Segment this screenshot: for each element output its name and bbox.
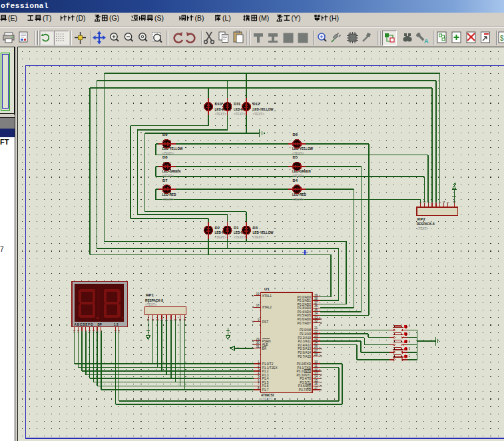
svg-text:D2: D2 xyxy=(215,226,220,230)
svg-text:PSEN: PSEN xyxy=(262,340,272,343)
svg-text:P2.5/A13: P2.5/A13 xyxy=(298,347,311,350)
svg-text:P3.2/INT0: P3.2/INT0 xyxy=(296,370,311,373)
svg-text:XTAL2: XTAL2 xyxy=(262,306,272,309)
svg-text:P0.0/AD0: P0.0/AD0 xyxy=(297,296,311,299)
svg-text:12: 12 xyxy=(114,323,119,326)
svg-text:P1.5: P1.5 xyxy=(262,381,269,384)
svg-text:39: 39 xyxy=(314,294,318,297)
svg-text:8: 8 xyxy=(258,386,260,390)
svg-text:<TEXT>: <TEXT> xyxy=(234,113,246,116)
svg-text:1: 1 xyxy=(258,360,260,364)
svg-text:D6: D6 xyxy=(293,133,298,137)
svg-text:<TEXT>: <TEXT> xyxy=(215,236,227,239)
svg-text:4: 4 xyxy=(258,372,260,375)
svg-text:D10: D10 xyxy=(215,102,222,106)
svg-text:P0.3/AD3: P0.3/AD3 xyxy=(297,306,311,310)
svg-text:ABCDEFG: ABCDEFG xyxy=(75,323,94,326)
svg-text:18: 18 xyxy=(256,304,260,307)
svg-text:<TEXT>: <TEXT> xyxy=(417,227,429,230)
svg-text:3: 3 xyxy=(258,368,260,371)
svg-text:P3.3/INT1: P3.3/INT1 xyxy=(296,374,311,377)
svg-text:<TEXT>: <TEXT> xyxy=(234,236,246,239)
svg-text:P3.6/WR: P3.6/WR xyxy=(298,384,312,388)
svg-text:(T): (T) xyxy=(43,14,51,22)
svg-text:(B): (B) xyxy=(195,14,204,22)
svg-text:P0.7/AD7: P0.7/AD7 xyxy=(297,322,311,325)
svg-text:7: 7 xyxy=(258,382,260,386)
svg-text:(Y): (Y) xyxy=(292,14,301,22)
svg-text:LED-RED: LED-RED xyxy=(162,193,176,197)
svg-text:P1.0/T2: P1.0/T2 xyxy=(262,362,274,366)
svg-text:P2.6/A14: P2.6/A14 xyxy=(298,351,311,354)
svg-text:P2.7/A15: P2.7/A15 xyxy=(298,355,311,358)
svg-text:P3.4/T0: P3.4/T0 xyxy=(300,377,311,380)
svg-text:RP1: RP1 xyxy=(146,293,154,297)
svg-text:A: A xyxy=(424,38,429,45)
svg-text:(E): (E) xyxy=(8,14,17,22)
svg-text:<TEXT>: <TEXT> xyxy=(145,303,157,306)
svg-text:17: 17 xyxy=(314,386,318,390)
svg-text:P1.3: P1.3 xyxy=(262,374,269,377)
svg-text:35: 35 xyxy=(314,308,318,312)
svg-text:31: 31 xyxy=(256,345,260,348)
svg-text:P2.2/A10: P2.2/A10 xyxy=(298,336,311,340)
svg-text:28: 28 xyxy=(314,353,318,356)
svg-text:P3.5/T1: P3.5/T1 xyxy=(300,381,311,384)
svg-text:D5: D5 xyxy=(293,155,298,159)
svg-text:(H): (H) xyxy=(330,14,340,22)
svg-text:2: 2 xyxy=(258,364,260,368)
svg-text:<TEXT>: <TEXT> xyxy=(162,198,174,201)
svg-text:P3.7/RD: P3.7/RD xyxy=(299,388,312,392)
svg-text:24: 24 xyxy=(314,338,318,341)
svg-text:RST: RST xyxy=(262,320,269,324)
svg-text:P1.7: P1.7 xyxy=(262,388,269,392)
svg-text:AT89C52: AT89C52 xyxy=(261,394,274,397)
svg-text:P2.1/A9: P2.1/A9 xyxy=(300,332,311,336)
svg-text:D12: D12 xyxy=(253,102,260,106)
svg-text:22: 22 xyxy=(314,330,318,334)
svg-text:38: 38 xyxy=(314,297,318,300)
svg-text:P3.0/RXD: P3.0/RXD xyxy=(297,362,312,366)
svg-text:LED-YELLOW: LED-YELLOW xyxy=(253,231,274,234)
svg-text:34: 34 xyxy=(314,312,318,315)
svg-text:<TEXT>: <TEXT> xyxy=(253,113,265,116)
svg-text:P1.2: P1.2 xyxy=(262,370,269,373)
svg-text:P0.4/AD4: P0.4/AD4 xyxy=(297,310,311,314)
svg-text:5: 5 xyxy=(258,375,260,378)
svg-text:25: 25 xyxy=(314,342,318,345)
svg-text:11: 11 xyxy=(314,364,318,368)
svg-text:P0.2/AD2: P0.2/AD2 xyxy=(297,303,311,306)
svg-text:RESPACK-8: RESPACK-8 xyxy=(145,299,163,302)
svg-text:ALE: ALE xyxy=(262,343,268,346)
svg-text:RP2: RP2 xyxy=(417,217,425,221)
svg-text:$: $ xyxy=(500,35,504,42)
svg-text:32: 32 xyxy=(314,320,318,323)
svg-text:P1.1/T2EX: P1.1/T2EX xyxy=(262,366,278,370)
svg-text:37: 37 xyxy=(314,301,318,304)
svg-text:XTAL1: XTAL1 xyxy=(262,294,272,298)
svg-text:P2.0/A8: P2.0/A8 xyxy=(300,328,311,332)
svg-text:6: 6 xyxy=(258,379,260,382)
svg-text:P0.6/AD6: P0.6/AD6 xyxy=(297,318,311,321)
svg-text:D3: D3 xyxy=(253,226,258,230)
svg-text:EA: EA xyxy=(262,347,267,350)
svg-text:<TEXT>: <TEXT> xyxy=(261,398,273,401)
svg-text:P1.6: P1.6 xyxy=(262,384,269,388)
svg-text:33: 33 xyxy=(314,316,318,319)
svg-text:P0.5/AD5: P0.5/AD5 xyxy=(297,314,311,317)
svg-text:30: 30 xyxy=(256,341,260,344)
svg-text:D9: D9 xyxy=(162,133,168,137)
svg-text:12: 12 xyxy=(314,368,318,371)
svg-text:P1.4: P1.4 xyxy=(262,377,269,380)
svg-text:15: 15 xyxy=(314,379,318,382)
svg-text:D7: D7 xyxy=(162,179,167,183)
svg-text:LED-RED: LED-RED xyxy=(292,193,306,197)
svg-text:13: 13 xyxy=(314,372,318,375)
svg-text:P2.3/A11: P2.3/A11 xyxy=(298,340,312,343)
svg-text:P0.1/AD1: P0.1/AD1 xyxy=(297,299,311,302)
svg-text:19: 19 xyxy=(256,292,260,296)
svg-text:36: 36 xyxy=(314,304,318,308)
svg-text:D4: D4 xyxy=(293,179,298,183)
svg-text:D8: D8 xyxy=(162,155,168,159)
svg-text:P2.4/A12: P2.4/A12 xyxy=(298,344,311,347)
